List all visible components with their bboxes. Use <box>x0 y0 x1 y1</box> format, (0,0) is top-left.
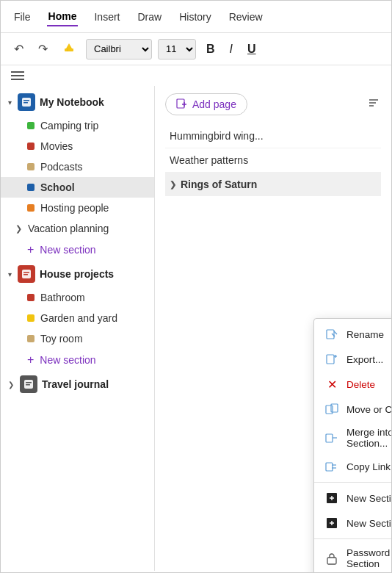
add-page-label: Add page <box>192 98 236 110</box>
svg-rect-11 <box>26 384 30 386</box>
section-hosting-people[interactable]: Hosting people <box>1 198 154 218</box>
hamburger-button[interactable] <box>11 71 24 80</box>
plus-icon-my-notebook: + <box>27 243 34 256</box>
svg-rect-12 <box>177 99 184 108</box>
section-rings-label: Rings of Saturn <box>181 179 257 190</box>
ctx-merge-label: Merge into Another Section... <box>346 427 392 449</box>
ctx-new-section-label: New Section <box>346 493 392 504</box>
page-item-weather[interactable]: Weather patterns <box>165 148 381 173</box>
ctx-export[interactable]: Export... <box>314 347 392 372</box>
ctx-password[interactable]: Password Protect This Section <box>314 542 392 573</box>
menu-home[interactable]: Home <box>47 7 79 26</box>
section-color-camping <box>27 122 35 129</box>
chevron-down-icon: ▾ <box>8 98 12 107</box>
notebook-title-my-notebook: My Notebook <box>40 96 104 108</box>
new-section-my-notebook[interactable]: + New section <box>1 239 154 261</box>
redo-button[interactable]: ↷ <box>34 39 52 59</box>
ctx-move-copy[interactable]: Move or Copy... <box>314 397 392 422</box>
section-camping-trip[interactable]: Camping trip <box>1 115 154 136</box>
notebook-title-house: House projects <box>40 268 114 280</box>
export-icon <box>324 352 339 367</box>
chevron-right-icon-rings: ❯ <box>170 180 176 190</box>
ctx-move-label: Move or Copy... <box>346 404 392 415</box>
notebook-travel[interactable]: ❯ Travel journal <box>1 371 154 397</box>
add-page-button[interactable]: Add page <box>165 93 247 115</box>
ctx-rename[interactable]: Rename <box>314 322 392 347</box>
menu-insert[interactable]: Insert <box>92 8 121 26</box>
section-color-podcasts <box>27 163 35 170</box>
svg-rect-26 <box>326 434 333 442</box>
menu-file[interactable]: File <box>12 8 32 26</box>
new-section-icon <box>324 491 339 505</box>
section-label-movies: Movies <box>40 140 73 152</box>
ctx-copy-link[interactable]: Copy Link to Section <box>314 454 392 479</box>
new-section-label-house: New section <box>40 354 95 366</box>
page-item-hummingbird[interactable]: Hummingbird wing... <box>165 124 381 148</box>
notebook-icon-house <box>18 265 35 283</box>
delete-icon: ✕ <box>324 377 339 392</box>
page-label-weather: Weather patterns <box>170 154 248 166</box>
ctx-delete[interactable]: ✕ Delete <box>314 372 392 397</box>
ctx-divider-1 <box>314 482 392 483</box>
menu-history[interactable]: History <box>178 8 213 26</box>
svg-rect-4 <box>23 100 29 101</box>
lock-icon <box>324 551 339 566</box>
ctx-new-section-group[interactable]: New Section Group <box>314 511 392 536</box>
new-section-label-my-notebook: New section <box>40 244 95 256</box>
highlighter-button[interactable] <box>58 38 80 60</box>
sidebar: ▾ My Notebook Camping trip Movies Podcas… <box>1 86 155 571</box>
new-section-group-icon <box>324 516 339 530</box>
menu-review[interactable]: Review <box>228 8 264 26</box>
menu-draw[interactable]: Draw <box>136 8 163 26</box>
notebook-house-projects[interactable]: ▾ House projects <box>1 261 154 287</box>
ctx-copy-link-label: Copy Link to Section <box>346 461 392 472</box>
section-vacation[interactable]: ❯ Vacation planning <box>1 218 154 239</box>
svg-rect-5 <box>23 102 28 104</box>
section-label-school: School <box>40 181 75 193</box>
section-podcasts[interactable]: Podcasts <box>1 156 154 177</box>
section-school[interactable]: School <box>1 177 154 198</box>
section-toy-room[interactable]: Toy room <box>1 328 154 349</box>
plus-icon-house: + <box>27 353 34 367</box>
bold-button[interactable]: B <box>202 41 219 57</box>
section-color-hosting <box>27 204 35 212</box>
svg-rect-28 <box>326 463 333 471</box>
font-size-selector[interactable]: 11 <box>158 39 196 60</box>
section-label-camping: Camping trip <box>40 120 98 131</box>
underline-button[interactable]: U <box>243 41 261 57</box>
section-rings-header[interactable]: ❯ Rings of Saturn <box>165 173 381 196</box>
section-color-bathroom <box>27 294 35 301</box>
font-selector[interactable]: Cailbri <box>86 39 152 60</box>
ctx-new-section-group-label: New Section Group <box>346 518 392 529</box>
notebook-icon-my-notebook <box>18 93 35 111</box>
section-color-movies <box>27 143 35 150</box>
new-section-house[interactable]: + New section <box>1 349 154 371</box>
italic-button[interactable]: I <box>225 41 237 57</box>
section-label-hosting: Hosting people <box>40 202 109 214</box>
section-bathroom[interactable]: Bathroom <box>1 287 154 308</box>
section-movies[interactable]: Movies <box>1 136 154 156</box>
ctx-merge[interactable]: Merge into Another Section... <box>314 422 392 454</box>
svg-rect-21 <box>327 355 334 364</box>
section-garden[interactable]: Garden and yard <box>1 308 154 328</box>
ctx-new-section[interactable]: New Section <box>314 486 392 511</box>
svg-rect-8 <box>23 274 28 275</box>
svg-rect-7 <box>23 272 29 273</box>
chevron-down-icon-house: ▾ <box>8 270 12 278</box>
svg-marker-1 <box>66 43 72 48</box>
sort-icon[interactable] <box>366 96 381 114</box>
content-area: Add page Hummingbird wing... Weather pat… <box>155 86 391 571</box>
ctx-rename-label: Rename <box>346 329 384 340</box>
menu-bar: File Home Insert Draw History Review <box>1 1 391 33</box>
section-label-bathroom: Bathroom <box>40 292 85 303</box>
svg-line-19 <box>334 331 337 334</box>
ctx-divider-2 <box>314 538 392 539</box>
rename-icon <box>324 327 339 342</box>
context-menu: Rename Export... ✕ Delete Move or Copy..… <box>313 318 392 573</box>
section-label-toy-room: Toy room <box>40 333 83 345</box>
svg-rect-10 <box>26 382 32 383</box>
add-page-bar: Add page <box>165 93 381 115</box>
undo-button[interactable]: ↶ <box>10 39 28 59</box>
notebook-my-notebook[interactable]: ▾ My Notebook <box>1 89 154 115</box>
hamburger-bar <box>1 65 391 86</box>
